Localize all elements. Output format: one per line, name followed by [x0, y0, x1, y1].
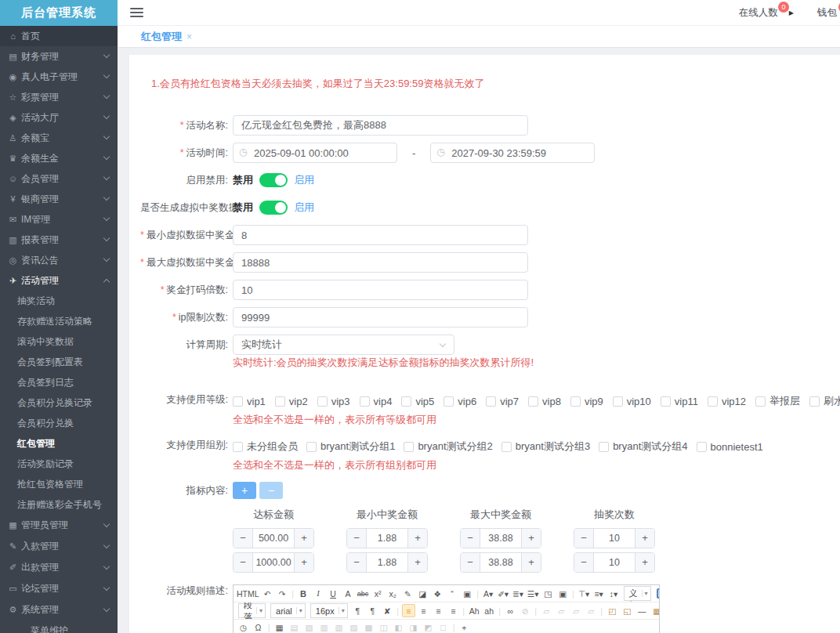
underline-icon[interactable]: U [327, 587, 340, 600]
align-menu-icon[interactable]: ≡▾ [592, 587, 606, 600]
period-select[interactable]: 实时统计 [233, 335, 454, 355]
font-box-icon[interactable]: A [342, 587, 355, 600]
draw-count-stepper[interactable]: −10+ [574, 552, 655, 573]
font-color-icon[interactable]: A▾ [482, 587, 495, 600]
sidebar-subitem[interactable]: 存款赠送活动策略 [0, 311, 118, 331]
outdent-right-icon[interactable]: ▱ [585, 604, 598, 617]
sidebar-item[interactable]: ☺ 会员管理 [0, 168, 118, 189]
ip-limit-input[interactable] [233, 307, 528, 327]
insert-table-icon[interactable]: ▦ [273, 621, 286, 633]
level-checkbox[interactable]: vip9 [570, 396, 603, 407]
insert-col-left-icon[interactable]: ▨ [347, 621, 360, 633]
table-props-icon[interactable]: ▤ [288, 621, 301, 633]
group-checkbox[interactable]: bryant测试分组3 [501, 439, 590, 454]
max-prize-stepper[interactable]: −38.88+ [460, 528, 541, 548]
wager-multiplier-input[interactable] [233, 280, 528, 300]
min-prize-stepper[interactable]: −1.88+ [346, 528, 428, 548]
sidebar-subitem[interactable]: 活动奖励记录 [0, 454, 118, 474]
tab-red-packet[interactable]: 红包管理 × [141, 30, 192, 44]
level-checkbox[interactable]: vip3 [317, 396, 350, 407]
indent-right-icon[interactable]: ▱ [555, 604, 568, 617]
level-checkbox[interactable]: vip1 [233, 396, 266, 407]
decrement-button[interactable]: − [574, 529, 594, 548]
paragraph-rtl-icon[interactable]: ¶ [366, 604, 379, 617]
sidebar-subitem[interactable]: 滚动中奖数据 [0, 331, 118, 352]
paste-icon[interactable]: ▣ [461, 587, 474, 600]
redo-icon[interactable]: ↷ [276, 587, 289, 600]
sidebar-subitem[interactable]: 会员签到日志 [0, 372, 118, 392]
special-char-icon[interactable]: Ω [252, 621, 265, 633]
separator[interactable]: | [498, 604, 502, 617]
enable-toggle[interactable] [259, 173, 288, 187]
strikethrough-icon[interactable]: abc [357, 587, 370, 600]
sidebar-item[interactable]: 菜单维护 [0, 620, 118, 633]
delete-col-icon[interactable]: ◩ [422, 621, 435, 633]
increment-button[interactable]: + [407, 529, 427, 548]
link-icon[interactable]: ∞ [504, 604, 517, 617]
checkbox-icon[interactable] [275, 396, 285, 407]
format-brush-icon[interactable]: ❖ [431, 587, 444, 600]
virtual-data-toggle[interactable] [259, 201, 288, 215]
highlight-color-icon[interactable]: ✐▾ [497, 587, 510, 600]
align-justify-icon[interactable]: ≡ [447, 604, 460, 617]
split-cell-icon[interactable]: ◧ [392, 621, 405, 633]
calendar-icon[interactable]: ▦ [650, 604, 659, 617]
letter-spacing-increase-icon[interactable]: Ah [468, 604, 481, 617]
rich-text-editor[interactable]: HTML↶↷|BIUAabcx²x₂✎◪❖“▣|A▾✐▾≣▾☰▾◳▣|⊤▾≡▾↕… [233, 584, 660, 633]
level-checkbox[interactable]: vip12 [708, 396, 746, 407]
sidebar-item[interactable]: ▥ 报表管理 [0, 230, 118, 250]
checkbox-icon[interactable] [501, 442, 512, 452]
separator[interactable]: | [599, 604, 604, 617]
outdent-left-icon[interactable]: ▱ [570, 604, 583, 617]
increment-button[interactable]: + [407, 553, 427, 572]
checkbox-icon[interactable] [613, 396, 623, 407]
level-checkbox[interactable]: vip11 [661, 396, 698, 407]
checkbox-icon[interactable] [809, 396, 820, 407]
enable-text[interactable]: 启用 [294, 173, 314, 187]
merge-cells-icon[interactable]: ◫ [377, 621, 390, 633]
increment-button[interactable]: + [294, 529, 313, 548]
sidebar-item[interactable]: ▭ 论坛管理 [0, 578, 118, 599]
sidebar-subitem[interactable]: 会员积分兑换 [0, 413, 118, 433]
checkbox-icon[interactable] [697, 442, 707, 452]
checkbox-icon[interactable] [444, 396, 454, 407]
font-family-select[interactable]: arial▾ [270, 603, 306, 618]
checkbox-icon[interactable] [708, 396, 718, 407]
group-checkbox[interactable]: bonnietest1 [697, 441, 763, 453]
link-box-icon[interactable]: ◳ [541, 587, 555, 600]
separator[interactable]: | [571, 587, 576, 600]
activity-name-input[interactable] [233, 115, 528, 136]
level-checkbox[interactable]: 举报层 [755, 394, 800, 408]
checkbox-icon[interactable] [401, 396, 411, 407]
sidebar-item[interactable]: ◈ 活动大厅 [0, 107, 118, 128]
html-source-icon[interactable]: HTML [237, 587, 259, 600]
font-size-select[interactable]: 16px▾ [310, 603, 348, 618]
heading-style-select[interactable]: 自定义标题▾ [624, 586, 651, 601]
level-checkbox[interactable]: vip6 [444, 396, 476, 407]
bold-icon[interactable]: B [297, 587, 310, 600]
group-checkbox[interactable]: bryant测试分组1 [306, 439, 395, 454]
decrement-button[interactable]: − [234, 529, 253, 548]
enable-text[interactable]: 启用 [294, 201, 314, 215]
ordered-list-icon[interactable]: ≣▾ [512, 587, 525, 600]
sidebar-item[interactable]: ⌂ 首页 [0, 26, 118, 46]
checkbox-icon[interactable] [661, 396, 671, 407]
sidebar-subitem[interactable]: 会员签到配置表 [0, 352, 118, 372]
checkbox-icon[interactable] [317, 396, 328, 407]
separator[interactable]: | [266, 621, 271, 633]
increment-button[interactable]: + [521, 553, 541, 572]
separator[interactable]: | [396, 604, 400, 617]
add-indicator-button[interactable]: + [233, 482, 256, 499]
reach-amount-stepper[interactable]: −1000.00+ [233, 552, 314, 573]
level-checkbox[interactable]: vip2 [275, 396, 308, 407]
level-checkbox[interactable]: vip7 [486, 396, 519, 407]
sidebar-subitem[interactable]: 红包管理 [0, 433, 118, 454]
sidebar-item[interactable]: ⚙ 系统管理 [0, 599, 118, 620]
sidebar-item[interactable]: ♛ 余额生金 [0, 148, 118, 168]
decrement-button[interactable]: − [234, 553, 253, 572]
min-virtual-amount-input[interactable] [233, 225, 528, 245]
cell-props-icon[interactable]: ▧ [302, 621, 316, 633]
sidebar-subitem[interactable]: 抽奖活动 [0, 291, 118, 311]
sidebar-item[interactable]: ✉ IM管理 [0, 209, 118, 230]
increment-button[interactable]: + [635, 553, 654, 572]
